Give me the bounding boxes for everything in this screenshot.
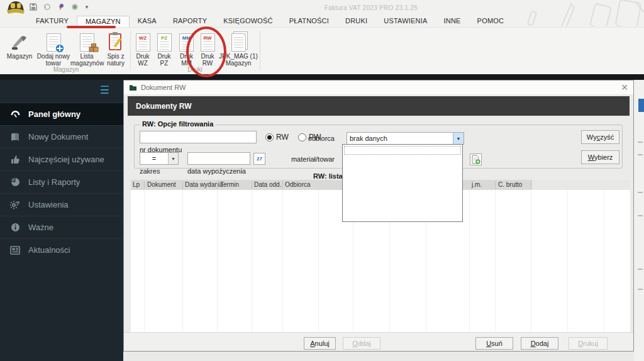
sidebar-item-label: Listy i Raporty [28, 177, 80, 187]
sidebar-item-aktualnosci[interactable]: Aktualności [0, 238, 123, 261]
dodaj-button[interactable]: Dodaj [521, 337, 558, 350]
barcode-scanner-icon [4, 29, 35, 52]
tab-kasa[interactable]: KASA [130, 16, 165, 27]
column-header-jm[interactable]: j.m. [472, 181, 482, 188]
wybierz-button[interactable]: Wybierz [581, 150, 619, 164]
column-header-odbiorca[interactable]: Odbiorca [285, 181, 311, 188]
annotation-circle-druk-rw [186, 26, 226, 77]
radio-rw[interactable]: RW [265, 133, 289, 142]
ribbon-button-magazyn[interactable]: Magazyn [4, 29, 35, 60]
material-towar-label: materiał/towar [284, 155, 335, 163]
anuluj-button[interactable]: Anuluj [304, 337, 336, 350]
options-icon[interactable] [70, 3, 79, 11]
sidebar-item-wazne[interactable]: Ważne [0, 216, 123, 238]
zakres-select-value: = [140, 155, 168, 162]
document-pz-icon: PZ [155, 29, 174, 52]
tab-druki[interactable]: DRUKI [337, 16, 375, 27]
sidebar-navigation: ☰ Panel główny Nowy Dokument Najczęściej… [0, 80, 123, 361]
background-blue-accent [638, 99, 644, 112]
ribbon-group-label-magazyn: Magazyn [38, 66, 94, 73]
undo-icon[interactable] [43, 3, 52, 11]
save-icon[interactable] [29, 3, 38, 11]
filter-group-title: RW: Opcje filtrowania [140, 120, 216, 128]
ribbon-button-dodaj-nowy-towar[interactable]: Dodaj nowy towar [36, 29, 70, 67]
drukuj-button[interactable]: Drukuj [569, 337, 608, 350]
wyczysc-button[interactable]: Wyczyść [581, 130, 619, 144]
close-icon[interactable]: ✕ [621, 83, 628, 92]
background-area-below-dialog [123, 352, 634, 361]
data-wypozyczenia-label: data wypożyczenia [187, 167, 246, 175]
column-header-termin[interactable]: Termin [220, 181, 239, 188]
dialog-title-text: Dokument RW [141, 84, 186, 91]
tab-inne[interactable]: INNE [436, 16, 469, 27]
sidebar-item-ustawienia[interactable]: Ustawienia [0, 193, 123, 216]
pie-chart-icon [9, 177, 21, 187]
news-icon [9, 246, 21, 255]
calendar-icon[interactable]: 27 [253, 153, 265, 165]
column-header-lp[interactable]: Lp [133, 181, 140, 188]
column-header-c-brutto[interactable]: C. brutto [498, 181, 522, 188]
sidebar-item-label: Ustawienia [28, 200, 69, 209]
ribbon-button-druk-pz[interactable]: PZ Druk PZ [155, 29, 174, 67]
data-wypozyczenia-input[interactable] [187, 152, 250, 165]
sidebar-item-label: Aktualności [28, 245, 70, 255]
document-wz-icon: WZ [133, 29, 152, 52]
sidebar-item-label: Nowy Dokument [28, 132, 88, 142]
gears-icon [9, 200, 21, 209]
tab-ksiegowosc[interactable]: KSIĘGOWOŚĆ [215, 16, 280, 27]
usun-button[interactable]: Usuń [475, 337, 513, 350]
radio-rw-control[interactable] [265, 133, 274, 142]
quick-access-toolbar: ▼ [29, 3, 89, 11]
tab-ustawienia[interactable]: USTAWIENIA [375, 16, 435, 27]
odbiorca-combobox[interactable]: brak danych ▼ [347, 132, 464, 145]
zakres-select[interactable]: = ▼ [140, 152, 179, 165]
nr-dokumentu-input[interactable] [140, 131, 257, 143]
title-bar: ▼ Faktura VAT 2023 PRO 23.1.25 [0, 0, 644, 16]
sidebar-item-najczesciej-uzywane[interactable]: Najczęściej używane [0, 148, 123, 170]
column-header-dokument[interactable]: Dokument [147, 181, 176, 188]
ribbon-button-lista-magazynow[interactable]: Lista magazynów [70, 29, 103, 67]
tab-pomoc[interactable]: POMOC [469, 16, 513, 27]
dialog-header-strip: Dokumenty RW [128, 96, 630, 116]
ribbon-group-separator [130, 31, 131, 70]
sidebar-item-panel-glowny[interactable]: Panel główny [0, 103, 123, 125]
book-icon [9, 132, 21, 142]
odbiorca-dropdown-panel [342, 144, 463, 222]
pin-icon[interactable] [57, 3, 65, 11]
chevron-down-icon[interactable]: ▼ [168, 153, 178, 164]
radio-rw-label: RW [276, 133, 289, 142]
dashboard-icon [9, 109, 21, 119]
ribbon-toolbar: Magazyn Dodaj nowy towar Lista magazynów [0, 27, 644, 74]
dropdown-filter-input[interactable] [344, 146, 461, 155]
qat-dropdown-arrow-icon[interactable]: ▼ [84, 4, 89, 10]
document-add-icon [36, 29, 70, 52]
app-logo-icon [5, 1, 26, 15]
tab-platnosci[interactable]: PŁATNOŚCI [281, 16, 337, 27]
sidebar-item-listy-i-raporty[interactable]: Listy i Raporty [0, 170, 123, 193]
dialog-title-bar[interactable]: Dokument RW ✕ [124, 81, 633, 94]
dropdown-empty-list[interactable] [343, 157, 462, 221]
info-icon [9, 223, 21, 232]
app-window: ▼ Faktura VAT 2023 PRO 23.1.25 FAKTURY M… [0, 0, 644, 361]
add-item-icon[interactable] [470, 153, 482, 165]
dialog-footer-bar: Anuluj Oddaj Usuń Dodaj Drukuj [124, 332, 633, 351]
sidebar-item-label: Panel główny [28, 109, 80, 119]
sidebar-item-label: Ważne [28, 223, 53, 232]
odbiorca-label: odbiorca [292, 135, 335, 142]
sidebar-item-label: Najczęściej używane [28, 155, 104, 164]
chevron-down-icon[interactable]: ▼ [453, 133, 464, 144]
ribbon-group-separator [260, 31, 260, 70]
zakres-label: zakres [140, 167, 160, 175]
oddaj-button[interactable]: Oddaj [343, 337, 380, 350]
column-header-data-odd[interactable]: Data odd. [254, 181, 281, 188]
warehouse-list-icon [70, 29, 103, 52]
dialog-icon [129, 84, 137, 91]
hamburger-menu-icon[interactable]: ☰ [100, 84, 109, 97]
odbiorca-combobox-value: brak danych [347, 135, 453, 142]
ribbon-button-spis-z-natury[interactable]: Spis z natury [102, 29, 130, 67]
annotation-underline-magazyn-tab [67, 26, 116, 28]
sidebar-item-nowy-dokument[interactable]: Nowy Dokument [0, 125, 123, 148]
ribbon-button-druk-wz[interactable]: WZ Druk WZ [133, 29, 152, 67]
tab-raporty[interactable]: RAPORTY [165, 16, 215, 27]
clipboard-pencil-icon [102, 29, 130, 52]
